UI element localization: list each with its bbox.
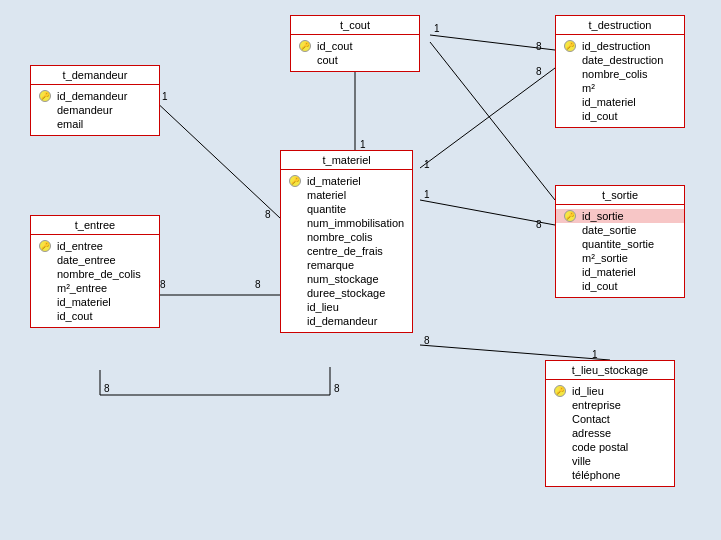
field-label: num_stockage bbox=[307, 273, 379, 285]
svg-text:1: 1 bbox=[162, 91, 168, 102]
svg-line-14 bbox=[420, 68, 555, 168]
key-icon: 🔑 bbox=[39, 240, 51, 252]
field-label: Contact bbox=[572, 413, 610, 425]
key-icon: 🔑 bbox=[299, 40, 311, 52]
table-t_sortie: t_sortie🔑id_sortiedate_sortiequantite_so… bbox=[555, 185, 685, 298]
table-title-t_lieu_stockage: t_lieu_stockage bbox=[546, 361, 674, 380]
field-label: id_materiel bbox=[57, 296, 111, 308]
field-label: id_lieu bbox=[572, 385, 604, 397]
field-label: date_sortie bbox=[582, 224, 636, 236]
field-label: id_cout bbox=[317, 40, 352, 52]
table-body-t_materiel: 🔑id_materielmaterielquantitenum_immobili… bbox=[281, 170, 412, 332]
field-cout: cout bbox=[299, 53, 411, 67]
table-title-t_cout: t_cout bbox=[291, 16, 419, 35]
field-quantite-sortie: quantite_sortie bbox=[564, 237, 676, 251]
table-body-t_demandeur: 🔑id_demandeurdemandeuremail bbox=[31, 85, 159, 135]
table-title-t_demandeur: t_demandeur bbox=[31, 66, 159, 85]
field-id-entree: 🔑id_entree bbox=[39, 239, 151, 253]
field-nombre-colis: nombre_colis bbox=[564, 67, 676, 81]
svg-line-3 bbox=[152, 98, 280, 218]
field-id-cout: 🔑id_cout bbox=[299, 39, 411, 53]
table-t_materiel: t_materiel🔑id_materielmaterielquantitenu… bbox=[280, 150, 413, 333]
field-m--entree: m²_entree bbox=[39, 281, 151, 295]
field-label: id_cout bbox=[57, 310, 92, 322]
field-id-materiel: id_materiel bbox=[564, 265, 676, 279]
field-date-destruction: date_destruction bbox=[564, 53, 676, 67]
field-label: date_destruction bbox=[582, 54, 663, 66]
table-t_destruction: t_destruction🔑id_destructiondate_destruc… bbox=[555, 15, 685, 128]
key-icon: 🔑 bbox=[289, 175, 301, 187]
table-title-t_entree: t_entree bbox=[31, 216, 159, 235]
field-id-materiel: id_materiel bbox=[564, 95, 676, 109]
key-icon: 🔑 bbox=[554, 385, 566, 397]
field-duree-stockage: duree_stockage bbox=[289, 286, 404, 300]
field-label: id_demandeur bbox=[307, 315, 377, 327]
field-Contact: Contact bbox=[554, 412, 666, 426]
field-label: quantite bbox=[307, 203, 346, 215]
field-ville: ville bbox=[554, 454, 666, 468]
field-m-: m² bbox=[564, 81, 676, 95]
svg-text:1: 1 bbox=[424, 159, 430, 170]
field-label: id_entree bbox=[57, 240, 103, 252]
field-label: id_materiel bbox=[582, 96, 636, 108]
field-label: code postal bbox=[572, 441, 628, 453]
field-label: id_demandeur bbox=[57, 90, 127, 102]
field-remarque: remarque bbox=[289, 258, 404, 272]
table-t_cout: t_cout🔑id_coutcout bbox=[290, 15, 420, 72]
field-label: id_materiel bbox=[582, 266, 636, 278]
table-title-t_sortie: t_sortie bbox=[556, 186, 684, 205]
svg-line-23 bbox=[430, 42, 555, 200]
field-code-postal: code postal bbox=[554, 440, 666, 454]
table-body-t_destruction: 🔑id_destructiondate_destructionnombre_co… bbox=[556, 35, 684, 127]
field-label: m² bbox=[582, 82, 595, 94]
field-label: demandeur bbox=[57, 104, 113, 116]
field-label: entreprise bbox=[572, 399, 621, 411]
field-centre-de-frais: centre_de_frais bbox=[289, 244, 404, 258]
field-id-materiel: id_materiel bbox=[39, 295, 151, 309]
table-body-t_entree: 🔑id_entreedate_entreenombre_de_colism²_e… bbox=[31, 235, 159, 327]
field-t-l-phone: téléphone bbox=[554, 468, 666, 482]
field-id-materiel: 🔑id_materiel bbox=[289, 174, 404, 188]
field-label: email bbox=[57, 118, 83, 130]
field-label: num_immobilisation bbox=[307, 217, 404, 229]
field-num-immobilisation: num_immobilisation bbox=[289, 216, 404, 230]
field-demandeur: demandeur bbox=[39, 103, 151, 117]
table-body-t_sortie: 🔑id_sortiedate_sortiequantite_sortiem²_s… bbox=[556, 205, 684, 297]
field-label: id_lieu bbox=[307, 301, 339, 313]
field-label: id_cout bbox=[582, 110, 617, 122]
field-label: nombre_colis bbox=[582, 68, 647, 80]
field-label: nombre_de_colis bbox=[57, 268, 141, 280]
field-label: ville bbox=[572, 455, 591, 467]
field-email: email bbox=[39, 117, 151, 131]
key-icon: 🔑 bbox=[39, 90, 51, 102]
svg-text:8: 8 bbox=[536, 66, 542, 77]
table-t_entree: t_entree🔑id_entreedate_entreenombre_de_c… bbox=[30, 215, 160, 328]
field-label: téléphone bbox=[572, 469, 620, 481]
svg-text:8: 8 bbox=[334, 383, 340, 394]
table-t_demandeur: t_demandeur🔑id_demandeurdemandeuremail bbox=[30, 65, 160, 136]
svg-line-24 bbox=[420, 345, 610, 360]
svg-text:8: 8 bbox=[104, 383, 110, 394]
field-id-demandeur: id_demandeur bbox=[289, 314, 404, 328]
field-id-cout: id_cout bbox=[39, 309, 151, 323]
field-label: id_cout bbox=[582, 280, 617, 292]
table-body-t_cout: 🔑id_coutcout bbox=[291, 35, 419, 71]
table-title-t_destruction: t_destruction bbox=[556, 16, 684, 35]
svg-text:1: 1 bbox=[360, 139, 366, 150]
svg-text:1: 1 bbox=[424, 189, 430, 200]
field-label: materiel bbox=[307, 189, 346, 201]
field-label: cout bbox=[317, 54, 338, 66]
key-icon: 🔑 bbox=[564, 40, 576, 52]
field-m--sortie: m²_sortie bbox=[564, 251, 676, 265]
field-label: m²_sortie bbox=[582, 252, 628, 264]
field-id-sortie: 🔑id_sortie bbox=[556, 209, 684, 223]
field-id-demandeur: 🔑id_demandeur bbox=[39, 89, 151, 103]
key-icon: 🔑 bbox=[564, 210, 576, 222]
field-quantite: quantite bbox=[289, 202, 404, 216]
field-entreprise: entreprise bbox=[554, 398, 666, 412]
field-id-lieu: id_lieu bbox=[289, 300, 404, 314]
table-body-t_lieu_stockage: 🔑id_lieuentrepriseContactadressecode pos… bbox=[546, 380, 674, 486]
field-label: remarque bbox=[307, 259, 354, 271]
field-adresse: adresse bbox=[554, 426, 666, 440]
svg-text:1: 1 bbox=[434, 23, 440, 34]
